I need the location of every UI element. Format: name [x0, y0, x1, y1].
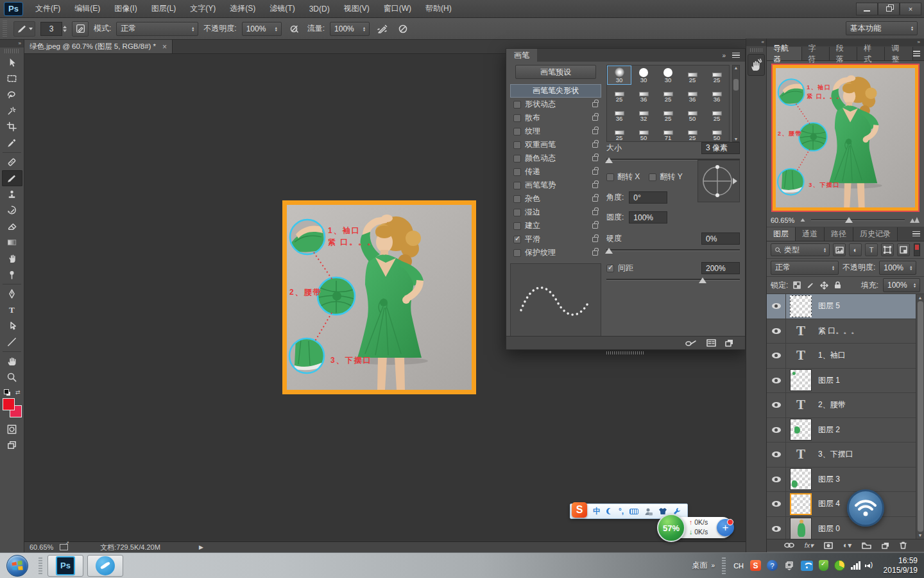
hardness-slider[interactable] [606, 248, 740, 254]
type-tool[interactable]: T [2, 302, 22, 318]
lock-position-icon[interactable] [819, 281, 828, 290]
layer-thumbnail[interactable] [790, 369, 812, 391]
hand-tool[interactable] [2, 353, 22, 369]
navigator-preview-slot[interactable]: 1、袖口 紧 口。。。 2、腰带 3、下摆口 [771, 64, 920, 212]
lock-icon[interactable] [592, 129, 598, 134]
menu-window[interactable]: 窗口(W) [377, 0, 418, 18]
roundness-value[interactable]: 100% [629, 211, 667, 223]
layer-row[interactable]: T 1、袖口 [767, 344, 924, 369]
new-group-icon[interactable] [862, 542, 871, 549]
brush-tool-preset[interactable] [13, 21, 35, 37]
help-tray-icon[interactable]: ? [767, 560, 778, 571]
share-icon[interactable] [60, 544, 68, 550]
brush-option-brush-pose[interactable]: 画笔笔势 [510, 179, 601, 192]
path-selection-tool[interactable] [2, 318, 22, 334]
lock-icon[interactable] [592, 250, 598, 256]
opacity-select[interactable]: 100% ▴▾ [242, 22, 282, 36]
smudge-tool[interactable] [2, 250, 22, 267]
checkbox[interactable] [513, 195, 521, 203]
filter-pixel-layers-icon[interactable] [833, 243, 846, 256]
fullhalf-moon-icon[interactable] [606, 508, 613, 514]
brush-preset[interactable]: 25 [607, 85, 631, 104]
brush-presets-panel-icon[interactable] [748, 54, 765, 76]
brush-preset[interactable]: 30 [607, 66, 631, 85]
panel-menu-icon[interactable] [732, 53, 740, 58]
lock-icon[interactable] [592, 223, 598, 229]
volume-icon[interactable] [866, 561, 875, 570]
delete-layer-icon[interactable] [900, 541, 907, 549]
visibility-toggle[interactable] [767, 319, 786, 344]
layer-blend-mode-select[interactable]: 正常 ▴▾ [771, 261, 839, 275]
optimization-ball[interactable]: 57% [657, 514, 685, 542]
clock[interactable]: 16:59 2015/9/19 [881, 556, 918, 575]
visibility-toggle[interactable] [767, 492, 786, 516]
tab-paragraph[interactable]: 段落 [830, 47, 857, 60]
texture-preview-icon[interactable] [706, 339, 716, 347]
checkbox[interactable] [513, 128, 521, 136]
show-hidden-icons[interactable] [783, 560, 795, 572]
lock-icon[interactable] [592, 102, 598, 107]
brush-grid-scrollbar[interactable]: ▲▼ [732, 65, 740, 142]
panel-menu-icon[interactable] [913, 51, 920, 57]
visibility-toggle[interactable] [767, 468, 786, 492]
brush-option-transfer[interactable]: 传递 [510, 165, 601, 179]
move-tool[interactable] [2, 55, 22, 71]
checkbox[interactable] [513, 114, 521, 122]
eraser-tool[interactable] [2, 218, 22, 234]
spacing-value[interactable]: 200% [701, 262, 740, 274]
brush-preset[interactable]: 25 [705, 104, 729, 123]
tab-character[interactable]: 字符 [802, 47, 830, 60]
brush-preset-grid[interactable]: 30 30 30 25 25 25 36 25 36 36 36 32 25 5… [606, 65, 730, 142]
menu-filter[interactable]: 滤镜(T) [262, 0, 302, 18]
hardness-value[interactable]: 0% [701, 232, 740, 245]
flow-select[interactable]: 100% ▴▾ [330, 22, 370, 36]
chevron-icon[interactable]: » [712, 562, 715, 569]
zoom-out-icon[interactable] [801, 218, 805, 222]
lasso-tool[interactable] [2, 87, 22, 103]
brush-option-texture[interactable]: 纹理 [510, 125, 601, 138]
brush-option-build-up[interactable]: 建立 [510, 219, 601, 232]
menu-edit[interactable]: 编辑(E) [67, 0, 107, 18]
default-colors-icon[interactable] [4, 389, 9, 394]
size-value[interactable]: 3 像素 [701, 142, 740, 154]
brush-size-stepper[interactable] [63, 26, 67, 32]
layer-thumbnail[interactable] [790, 468, 812, 490]
adjustment-layer-icon[interactable]: ◐▾ [843, 541, 851, 550]
dodge-tool[interactable] [2, 267, 22, 283]
tablet-opacity-icon[interactable] [287, 22, 302, 36]
visibility-toggle[interactable] [767, 442, 786, 467]
menu-3d[interactable]: 3D(D) [302, 0, 337, 18]
canvas-artwork[interactable]: 1、袖口 紧 口。。。 2、腰带 3、下摆口 [282, 200, 476, 394]
brush-preset[interactable]: 25 [680, 123, 705, 142]
brush-tip-shape-item[interactable]: 画笔笔尖形状 [510, 84, 601, 98]
brush-preset[interactable]: 25 [680, 66, 705, 85]
flip-x-checkbox[interactable]: 翻转 X [606, 171, 640, 182]
lock-icon[interactable] [592, 197, 598, 202]
wifi-overlay-icon[interactable] [847, 489, 884, 527]
checkbox[interactable] [513, 168, 521, 176]
type-layer-icon[interactable]: T [796, 323, 805, 339]
layer-style-icon[interactable]: fx▾ [805, 541, 814, 550]
brush-preset[interactable]: 25 [705, 66, 729, 85]
clone-stamp-tool[interactable] [2, 186, 22, 202]
workspace-select[interactable]: 基本功能 ▴▾ [846, 21, 918, 35]
checkbox[interactable] [513, 155, 521, 162]
accelerator-ball-icon[interactable]: + [717, 519, 734, 536]
lock-all-icon[interactable] [833, 281, 842, 290]
soft-keyboard-icon[interactable] [629, 509, 638, 514]
layer-row[interactable]: 图层 1 [767, 369, 924, 394]
status-zoom[interactable]: 60.65% [30, 543, 53, 551]
visibility-toggle[interactable] [767, 418, 786, 442]
visibility-toggle[interactable] [767, 393, 786, 417]
punctuation-icon[interactable]: °, [619, 507, 624, 516]
menu-file[interactable]: 文件(F) [28, 0, 67, 18]
filter-type-layers-icon[interactable]: T [865, 243, 878, 256]
brush-preset[interactable]: 32 [631, 104, 656, 123]
visibility-toggle[interactable] [767, 517, 786, 539]
type-layer-icon[interactable]: T [796, 446, 805, 462]
tools-collapse-icon[interactable]: » [0, 40, 24, 48]
brush-presets-button[interactable]: 画笔预设 [515, 65, 596, 79]
brush-preset[interactable]: 36 [631, 85, 656, 104]
checkbox-checked[interactable] [513, 236, 521, 243]
menu-view[interactable]: 视图(V) [337, 0, 377, 18]
